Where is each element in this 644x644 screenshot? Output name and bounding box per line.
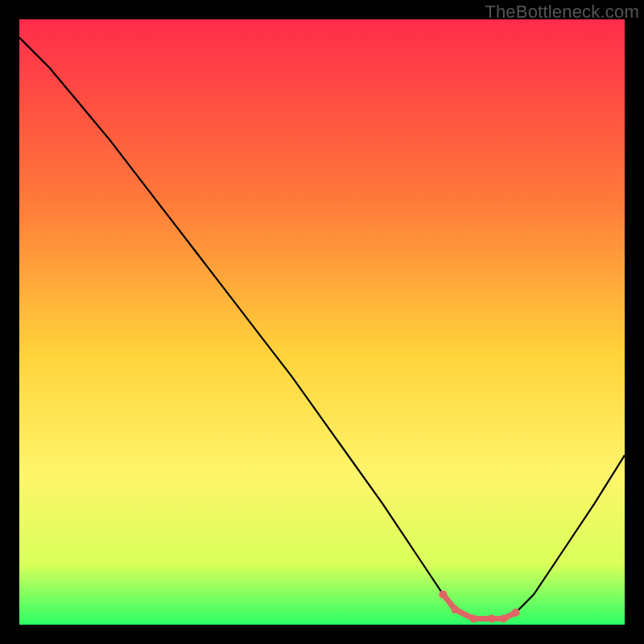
optimal-point (451, 605, 459, 613)
bottleneck-chart (19, 19, 625, 625)
optimal-point (469, 615, 477, 623)
gradient-rect (19, 19, 625, 625)
optimal-point (500, 615, 508, 623)
optimal-point (488, 615, 496, 623)
chart-frame (19, 19, 625, 625)
optimal-point (512, 609, 520, 617)
optimal-point (439, 590, 447, 598)
